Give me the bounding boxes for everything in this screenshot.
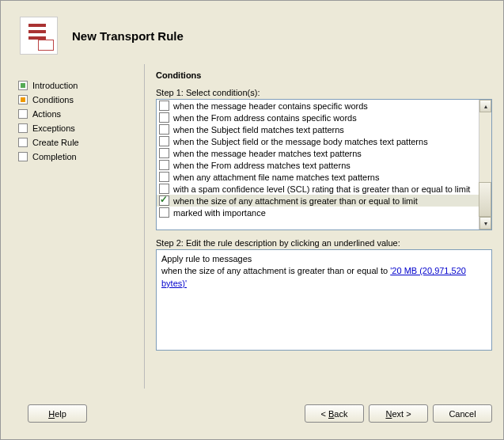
condition-label: marked with importance (173, 208, 266, 218)
nav-step-label: Exceptions (32, 123, 75, 133)
section-heading: Conditions (156, 70, 492, 80)
wizard-icon (20, 17, 58, 55)
nav-step-icon (18, 109, 28, 119)
nav-step-label: Conditions (32, 95, 74, 104)
nav-step-create-rule[interactable]: Create Rule (17, 135, 139, 150)
divider (144, 64, 145, 389)
nav-step-icon (18, 138, 28, 147)
rule-description: Apply rule to messages when the size of … (156, 249, 492, 351)
condition-item[interactable]: when any attachment file name matches te… (157, 171, 491, 183)
scroll-thumb[interactable] (479, 182, 491, 217)
condition-item[interactable]: when the From address matches text patte… (157, 159, 491, 171)
nav-step-conditions[interactable]: Conditions (17, 93, 139, 107)
nav-step-icon (18, 81, 28, 90)
condition-label: when the From address contains specific … (173, 113, 357, 123)
condition-label: when the size of any attachment is great… (173, 196, 418, 206)
back-button[interactable]: < Back (305, 404, 364, 423)
step1-label: Step 1: Select condition(s): (156, 88, 492, 97)
next-button[interactable]: Next > (369, 404, 428, 423)
nav-step-label: Introduction (32, 81, 78, 90)
nav-step-label: Completion (32, 152, 77, 161)
scroll-up-button[interactable]: ▴ (479, 100, 491, 112)
nav-step-actions[interactable]: Actions (17, 107, 139, 121)
help-button[interactable]: Help (28, 404, 87, 423)
wizard-footer: Help < Back Next > Cancel (1, 389, 503, 423)
nav-step-label: Actions (32, 109, 61, 119)
condition-item[interactable]: when the From address contains specific … (157, 112, 491, 123)
wizard-main: Conditions Step 1: Select condition(s): … (150, 64, 495, 389)
wizard-body: IntroductionConditionsActionsExceptionsC… (1, 64, 503, 389)
scroll-down-button[interactable]: ▾ (479, 217, 491, 229)
condition-item[interactable]: when the Subject field or the message bo… (157, 135, 491, 147)
step2-label: Step 2: Edit the rule description by cli… (156, 238, 492, 248)
condition-item[interactable]: when the size of any attachment is great… (157, 195, 491, 207)
wizard-header: New Transport Rule (1, 1, 503, 64)
condition-checkbox[interactable] (159, 160, 169, 170)
condition-checkbox[interactable] (159, 148, 169, 158)
condition-label: when the Subject field matches text patt… (173, 125, 344, 135)
condition-checkbox[interactable] (159, 195, 169, 206)
cancel-button[interactable]: Cancel (433, 404, 492, 423)
nav-step-label: Create Rule (32, 138, 79, 147)
condition-checkbox[interactable] (159, 112, 169, 123)
condition-label: when the From address matches text patte… (173, 161, 351, 170)
condition-checkbox[interactable] (159, 184, 169, 194)
condition-checkbox[interactable] (159, 124, 169, 135)
condition-checkbox[interactable] (159, 136, 169, 146)
conditions-list: when the message header contains specifi… (156, 99, 492, 230)
condition-item[interactable]: when the message header contains specifi… (157, 100, 491, 112)
condition-label: when any attachment file name matches te… (173, 173, 379, 182)
condition-label: when the message header matches text pat… (173, 149, 362, 158)
nav-step-exceptions[interactable]: Exceptions (17, 121, 139, 135)
condition-label: when the message header contains specifi… (173, 101, 368, 111)
page-title: New Transport Rule (72, 29, 184, 43)
description-line1: Apply rule to messages (161, 253, 487, 265)
condition-label: when the Subject field or the message bo… (173, 137, 428, 146)
nav-step-icon (18, 152, 28, 161)
condition-item[interactable]: when the message header matches text pat… (157, 147, 491, 159)
scrollbar[interactable]: ▴ ▾ (479, 100, 491, 229)
nav-step-introduction[interactable]: Introduction (17, 78, 139, 93)
condition-checkbox[interactable] (159, 207, 169, 218)
nav-step-completion[interactable]: Completion (17, 150, 139, 164)
condition-item[interactable]: with a spam confidence level (SCL) ratin… (157, 183, 491, 195)
condition-checkbox[interactable] (159, 172, 169, 182)
condition-item[interactable]: marked with importance (157, 207, 491, 218)
condition-item[interactable]: when the Subject field matches text patt… (157, 123, 491, 135)
nav-step-icon (18, 123, 28, 133)
condition-checkbox[interactable] (159, 101, 169, 111)
wizard-nav: IntroductionConditionsActionsExceptionsC… (17, 64, 139, 389)
description-line2: when the size of any attachment is great… (161, 265, 487, 290)
nav-step-icon (18, 95, 28, 104)
condition-label: with a spam confidence level (SCL) ratin… (173, 184, 470, 194)
